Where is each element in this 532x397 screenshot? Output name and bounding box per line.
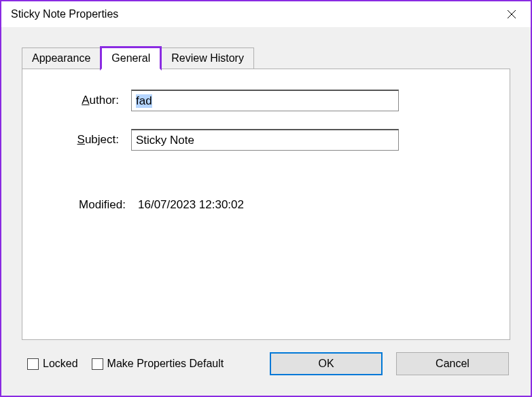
author-row: Author: fad: [50, 90, 482, 111]
dialog-window: Sticky Note Properties Appearance Genera…: [0, 0, 532, 397]
close-icon: [507, 10, 516, 19]
modified-value: 16/07/2023 12:30:02: [138, 198, 244, 212]
tab-general[interactable]: General: [100, 46, 162, 71]
ok-button[interactable]: OK: [270, 352, 383, 375]
checkbox-box-icon: [27, 358, 39, 370]
subject-label: Subject:: [50, 133, 131, 147]
make-default-label: Make Properties Default: [107, 358, 224, 370]
tab-review-history[interactable]: Review History: [161, 48, 254, 69]
subject-row: Subject:: [50, 129, 482, 151]
cancel-button[interactable]: Cancel: [396, 352, 509, 375]
tab-panel-general: Author: fad Subject: Modified: 16/07/202…: [22, 69, 510, 340]
bottom-bar: Locked Make Properties Default OK Cancel: [7, 340, 525, 390]
make-default-checkbox[interactable]: Make Properties Default: [92, 358, 224, 370]
modified-label: Modified:: [50, 198, 138, 212]
window-title: Sticky Note Properties: [11, 8, 118, 20]
author-input[interactable]: fad: [131, 90, 399, 111]
tab-appearance[interactable]: Appearance: [22, 48, 101, 69]
tab-row: Appearance General Review History: [7, 46, 525, 69]
author-value: fad: [136, 94, 152, 108]
titlebar: Sticky Note Properties: [1, 1, 531, 27]
author-label: Author:: [50, 94, 131, 107]
modified-row: Modified: 16/07/2023 12:30:02: [50, 198, 482, 212]
locked-label: Locked: [43, 358, 78, 370]
locked-checkbox[interactable]: Locked: [27, 358, 78, 370]
close-button[interactable]: [498, 4, 525, 24]
subject-input[interactable]: [131, 129, 399, 151]
dialog-content: Appearance General Review History Author…: [1, 27, 531, 396]
checkbox-box-icon: [92, 358, 103, 370]
